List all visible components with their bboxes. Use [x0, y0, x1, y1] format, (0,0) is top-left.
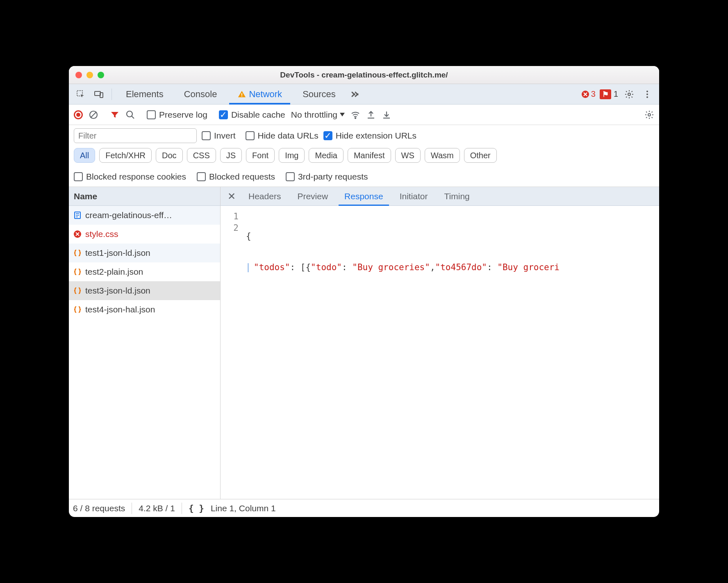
response-body[interactable]: 1 2 { "todos": [{"todo": "Buy groceries"…	[221, 206, 659, 499]
svg-point-8	[646, 93, 648, 95]
checkbox-label: Disable cache	[231, 110, 285, 120]
import-har-icon[interactable]	[366, 110, 376, 120]
svg-rect-3	[242, 93, 243, 96]
status-requests: 6 / 8 requests	[73, 503, 125, 513]
checkbox-icon	[286, 172, 295, 181]
minimize-window-button[interactable]	[86, 72, 93, 78]
checkbox-label: Preserve log	[159, 110, 207, 120]
request-name: test3-json-ld.json	[85, 286, 150, 296]
detail-tab-preview[interactable]: Preview	[290, 187, 335, 206]
requests-pane: Name cream-gelatinous-eff… style.css tes…	[69, 187, 221, 499]
request-row[interactable]: style.css	[69, 225, 220, 244]
type-pill-doc[interactable]: Doc	[156, 148, 183, 163]
type-pill-manifest[interactable]: Manifest	[348, 148, 391, 163]
tab-network[interactable]: Network	[229, 84, 290, 105]
type-pill-font[interactable]: Font	[246, 148, 275, 163]
disable-cache-checkbox[interactable]: ✓ Disable cache	[219, 110, 285, 120]
request-row[interactable]: cream-gelatinous-eff…	[69, 206, 220, 225]
checkbox-icon	[197, 172, 206, 181]
type-pill-js[interactable]: JS	[220, 148, 242, 163]
device-toolbar-icon[interactable]	[92, 87, 106, 101]
type-pill-fetchxhr[interactable]: Fetch/XHR	[99, 148, 152, 163]
clear-button[interactable]	[89, 110, 98, 120]
issues-badge[interactable]: ⚑ 1	[600, 89, 618, 99]
checkbox-label: Blocked response cookies	[86, 172, 186, 182]
more-tabs-icon[interactable]	[348, 87, 362, 101]
errors-count: 3	[591, 89, 596, 99]
tab-console[interactable]: Console	[176, 84, 225, 105]
search-icon[interactable]	[125, 110, 135, 120]
blocked-requests-checkbox[interactable]: Blocked requests	[197, 172, 275, 182]
throttling-select[interactable]: No throttling	[291, 110, 345, 120]
type-pill-media[interactable]: Media	[309, 148, 343, 163]
detail-tab-timing[interactable]: Timing	[437, 187, 477, 206]
filter-toggle-icon[interactable]	[110, 110, 120, 120]
svg-point-6	[628, 93, 630, 96]
settings-icon[interactable]	[622, 87, 636, 101]
detail-tabs: ✕ Headers Preview Response Initiator Tim…	[221, 187, 659, 206]
window-title: DevTools - cream-gelatinous-effect.glitc…	[280, 71, 448, 80]
pretty-print-icon[interactable]: { }	[189, 503, 204, 513]
main-area: Name cream-gelatinous-eff… style.css tes…	[69, 187, 659, 499]
blocked-cookies-checkbox[interactable]: Blocked response cookies	[74, 172, 186, 182]
svg-point-9	[646, 96, 648, 98]
close-window-button[interactable]	[75, 72, 82, 78]
type-pill-other[interactable]: Other	[464, 148, 497, 163]
zoom-window-button[interactable]	[98, 72, 104, 78]
fold-marker-icon	[248, 263, 249, 272]
json-icon	[73, 286, 82, 295]
window-controls	[75, 72, 104, 78]
record-button[interactable]	[74, 110, 83, 119]
request-row[interactable]: test4-json-hal.json	[69, 300, 220, 319]
third-party-checkbox[interactable]: 3rd-party requests	[286, 172, 368, 182]
checkbox-label: Invert	[214, 131, 236, 141]
svg-rect-4	[242, 96, 243, 96]
svg-line-11	[91, 112, 96, 118]
extra-filters: Blocked response cookies Blocked request…	[74, 172, 654, 187]
tab-elements[interactable]: Elements	[118, 84, 172, 105]
svg-point-14	[355, 117, 356, 118]
detail-tab-headers[interactable]: Headers	[241, 187, 288, 206]
request-row[interactable]: test2-plain.json	[69, 262, 220, 281]
inspect-element-icon[interactable]	[74, 87, 88, 101]
type-pill-wasm[interactable]: Wasm	[425, 148, 460, 163]
detail-tab-response[interactable]: Response	[337, 187, 391, 206]
hide-data-urls-checkbox[interactable]: Hide data URLs	[246, 131, 318, 141]
errors-badge[interactable]: 3	[581, 89, 596, 99]
status-cursor: Line 1, Column 1	[211, 503, 276, 513]
type-pill-css[interactable]: CSS	[187, 148, 216, 163]
checkbox-icon	[147, 110, 156, 119]
network-settings-icon[interactable]	[644, 110, 654, 120]
request-name: style.css	[85, 229, 118, 239]
checkbox-icon	[246, 131, 255, 140]
preserve-log-checkbox[interactable]: Preserve log	[147, 110, 207, 120]
kebab-menu-icon[interactable]	[640, 87, 654, 101]
export-har-icon[interactable]	[382, 110, 391, 120]
close-detail-icon[interactable]: ✕	[224, 191, 239, 202]
hide-extension-urls-checkbox[interactable]: ✓ Hide extension URLs	[323, 131, 416, 141]
checkbox-label: Hide data URLs	[258, 131, 318, 141]
request-name: test4-json-hal.json	[85, 305, 155, 314]
requests-header[interactable]: Name	[69, 187, 220, 206]
filter-bar: Invert Hide data URLs ✓ Hide extension U…	[69, 125, 659, 187]
tab-label: Console	[184, 89, 217, 100]
type-pill-all[interactable]: All	[74, 148, 95, 163]
tab-sources[interactable]: Sources	[294, 84, 344, 105]
type-pill-img[interactable]: Img	[279, 148, 305, 163]
network-conditions-icon[interactable]	[350, 110, 360, 120]
type-pill-ws[interactable]: WS	[395, 148, 421, 163]
checkbox-label: 3rd-party requests	[298, 172, 368, 182]
checkbox-icon	[202, 131, 211, 140]
request-row[interactable]: test3-json-ld.json	[69, 281, 220, 300]
request-row[interactable]: test1-json-ld.json	[69, 244, 220, 262]
line-number: 1	[221, 211, 239, 222]
invert-checkbox[interactable]: Invert	[202, 131, 236, 141]
separator	[132, 503, 132, 514]
detail-tab-initiator[interactable]: Initiator	[392, 187, 435, 206]
devtools-window: DevTools - cream-gelatinous-effect.glitc…	[69, 66, 659, 517]
tab-label: Sources	[303, 89, 336, 100]
status-transferred: 4.2 kB / 1	[139, 503, 175, 513]
json-icon	[73, 248, 82, 257]
checkbox-icon	[74, 172, 83, 181]
filter-input[interactable]	[74, 128, 197, 143]
